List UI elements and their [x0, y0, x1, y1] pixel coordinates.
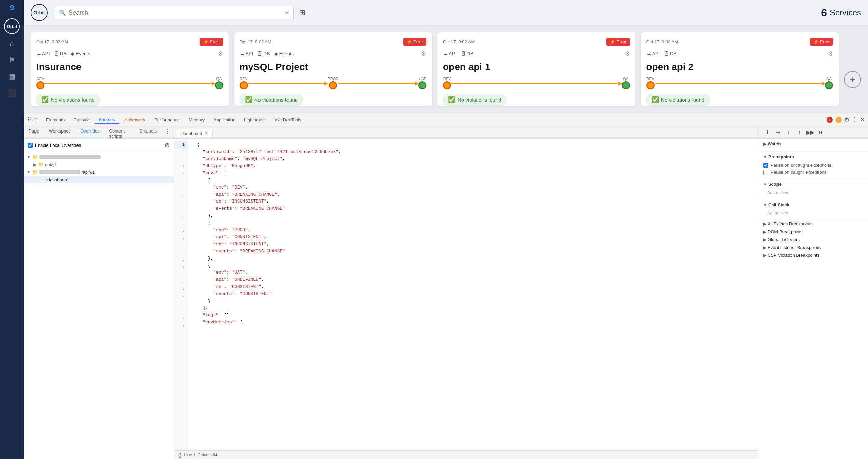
- check-icon-insurance: ✅: [41, 96, 49, 103]
- env-dev-node-openapi2: [646, 81, 655, 89]
- violations-text-openapi2: No violations found: [661, 97, 705, 103]
- bp-step-into-icon[interactable]: ↓: [784, 128, 793, 137]
- bp-step-over-icon[interactable]: ↪: [773, 128, 782, 137]
- tab-axe-devtools[interactable]: axe DevTools: [271, 116, 306, 124]
- tab-network[interactable]: ⚠ Network: [120, 116, 150, 124]
- enable-overrides-checkbox[interactable]: [28, 143, 33, 148]
- env-prod-node-mysql: [329, 81, 337, 89]
- bp-deactivate-icon[interactable]: ⏭: [816, 128, 826, 137]
- env-qa-node-openapi2: [825, 81, 833, 89]
- devtools-close-icon[interactable]: ✕: [860, 116, 865, 123]
- chevron-down-icon: ▼: [27, 155, 31, 159]
- service-card-openapi2[interactable]: Oct 17, 9:02 AM ⚡ Error ☁ API 🗄 DB ⚙ ope…: [641, 32, 839, 106]
- violations-text-mysql: No violations found: [254, 97, 298, 103]
- home-icon[interactable]: ⌂: [5, 37, 19, 51]
- bp-step-out-icon[interactable]: ↑: [795, 128, 804, 137]
- scope-header[interactable]: ▼ Scope: [763, 182, 864, 187]
- flag-icon[interactable]: ⚑: [5, 53, 19, 67]
- clear-overrides-icon[interactable]: ⊘: [165, 141, 170, 149]
- devtools-inspect-icon[interactable]: ⬚: [33, 116, 39, 123]
- orbit-logo[interactable]: Orbit: [4, 18, 20, 34]
- env-uat-node-mysql: [418, 81, 426, 89]
- service-card-mysql[interactable]: Oct 17, 9:02 AM ⚡ Error ☁ API 🗄 DB ◆ Eve…: [234, 32, 432, 106]
- ft-tab-snippets[interactable]: Snippets: [135, 126, 162, 138]
- tree-folder-apiv1[interactable]: ▶ 📁 api/v1: [24, 161, 174, 168]
- tab-application[interactable]: Application: [209, 116, 239, 124]
- settings-icon-mysql[interactable]: ⚙: [421, 50, 426, 57]
- api-icon-mysql: ☁ API: [240, 51, 253, 56]
- violations-text-insurance: No violations found: [51, 97, 95, 103]
- pause-uncaught-checkbox[interactable]: [763, 163, 768, 168]
- ft-tab-page[interactable]: Page: [24, 126, 44, 138]
- api-icon: ☁ API: [36, 51, 50, 56]
- ft-tab-content-scripts[interactable]: Content scripts: [104, 126, 135, 138]
- scope-chevron: ▼: [763, 182, 767, 186]
- env-dev-node-mysql: [240, 81, 248, 89]
- breakpoints-panel: ⏸ ↪ ↓ ↑ ▶▶ ⏭ ▶ Watch ▼ Breakpoints: [759, 126, 868, 459]
- code-area[interactable]: 1 - - - - - - - - - - - - - - - -: [174, 139, 759, 450]
- settings-icon[interactable]: ⚙: [218, 50, 223, 57]
- pause-caught-checkbox[interactable]: [763, 170, 768, 175]
- clear-search-icon[interactable]: ✕: [285, 10, 289, 16]
- bp-toggle-icon[interactable]: ⏸: [762, 128, 771, 137]
- tree-file-dashboard[interactable]: 📄 dashboard: [24, 176, 174, 183]
- devtools-settings-icon[interactable]: ⚙: [844, 116, 849, 123]
- devtools-icons-right: 1 1 ⚙ ⋮ ✕: [827, 116, 865, 123]
- watch-label: Watch: [768, 141, 781, 147]
- dom-breakpoints[interactable]: ▶ DOM Breakpoints: [759, 228, 868, 236]
- call-stack-header[interactable]: ▼ Call Stack: [763, 202, 864, 207]
- devtools-more-icon[interactable]: ⋮: [852, 116, 857, 123]
- add-service-button[interactable]: +: [844, 71, 861, 88]
- violations-badge-mysql: ✅ No violations found: [240, 94, 303, 106]
- line-num-dash-8: -: [174, 199, 187, 207]
- service-card-insurance[interactable]: Oct 17, 9:02 AM ⚡ Error ☁ API 🗄 DB ◆ Eve…: [31, 32, 229, 106]
- env-qa-openapi2: QA: [825, 76, 833, 89]
- csp-breakpoints[interactable]: ▶ CSP Violation Breakpoints: [759, 251, 868, 259]
- watch-header[interactable]: ▶ Watch: [763, 141, 864, 147]
- filetree-panel: Page Workspace Overrides Content scripts…: [24, 126, 174, 459]
- env-dev-label-mysql: DEV: [240, 76, 248, 81]
- devtools-drag-icon[interactable]: ⠿: [27, 116, 31, 123]
- xhr-label: XHR/fetch Breakpoints: [768, 221, 813, 226]
- env-prod-mysql: PROD: [327, 76, 338, 89]
- search-icon: 🔍: [59, 10, 66, 16]
- ft-tab-more[interactable]: ⋮: [162, 126, 174, 138]
- search-input[interactable]: [69, 9, 282, 16]
- tab-memory[interactable]: Memory: [184, 116, 209, 124]
- overrides-check: Enable Local Overrides: [28, 143, 81, 148]
- tab-lighthouse[interactable]: Lighthouse: [240, 116, 270, 124]
- settings-icon-openapi1[interactable]: ⚙: [625, 50, 630, 57]
- search-bar[interactable]: 🔍 ✕: [55, 6, 294, 19]
- line-num-1: 1: [174, 141, 187, 149]
- ft-tab-overrides[interactable]: Overrides: [75, 126, 104, 138]
- code-tab-close-icon[interactable]: ✕: [204, 130, 208, 136]
- service-card-openapi1[interactable]: Oct 17, 9:02 AM ⚡ Error ☁ API 🗄 DB ⚙ ope…: [437, 32, 635, 106]
- breakpoints-header[interactable]: ▼ Breakpoints: [763, 154, 864, 159]
- xhr-breakpoints[interactable]: ▶ XHR/fetch Breakpoints: [759, 220, 868, 228]
- code-tab-dashboard[interactable]: dashboard ✕: [177, 129, 213, 137]
- global-listeners[interactable]: ▶ Global Listeners: [759, 236, 868, 244]
- check-icon-mysql: ✅: [245, 96, 252, 103]
- tag-icon[interactable]: ⬛: [5, 86, 19, 100]
- line-num-dash-6: -: [174, 185, 187, 192]
- tree-folder-2[interactable]: ▼ 📁 /api/v1: [24, 168, 174, 176]
- bp-continue-icon[interactable]: ▶▶: [806, 128, 815, 137]
- scope-label: Scope: [768, 182, 782, 187]
- cards-area: Oct 17, 9:02 AM ⚡ Error ☁ API 🗄 DB ◆ Eve…: [24, 26, 868, 113]
- tab-sources[interactable]: Sources: [95, 115, 119, 124]
- call-stack-label: Call Stack: [768, 202, 789, 207]
- tree-folder-1[interactable]: ▼ 📁: [24, 153, 174, 161]
- tab-elements[interactable]: Elements: [42, 116, 69, 124]
- ft-tab-workspace[interactable]: Workspace: [44, 126, 75, 138]
- folder-name-redacted-1: [39, 155, 101, 159]
- chart-icon[interactable]: ▦: [5, 70, 19, 83]
- db-icon-openapi2: 🗄 DB: [664, 51, 676, 56]
- tab-performance[interactable]: Performance: [150, 116, 184, 124]
- event-listener-breakpoints[interactable]: ▶ Event Listener Breakpoints: [759, 244, 868, 251]
- line-num-dash-19: -: [174, 279, 187, 286]
- event-label: Event Listener Breakpoints: [768, 245, 821, 250]
- tab-console[interactable]: Console: [69, 116, 94, 124]
- chevron-right-icon: ▶: [33, 162, 37, 167]
- settings-icon-openapi2[interactable]: ⚙: [828, 50, 833, 57]
- grid-icon[interactable]: ⊞: [299, 8, 305, 17]
